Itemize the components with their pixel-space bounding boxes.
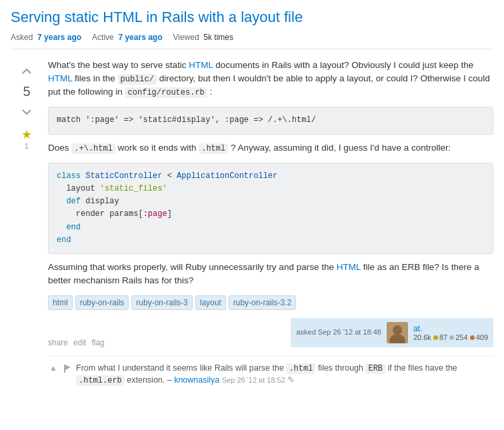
content-area: 5 ★ 1 What's the best way to serve stati… [11,59,493,387]
code-line-6: end [57,234,485,247]
comment-section: ▲ From what I understand it seems like R… [48,355,493,387]
gold-dot [433,335,438,340]
active-meta: Active 7 years ago [92,33,162,42]
comment-up-arrow[interactable]: ▲ [49,363,57,374]
question-meta: Asked 7 years ago Active 7 years ago Vie… [11,33,493,49]
html-highlight2: HTML [48,73,72,83]
svg-point-1 [393,325,402,335]
html-highlight: HTML [189,60,213,70]
tag-ruby-on-rails-3[interactable]: ruby-on-rails-3 [131,295,192,310]
edit-link[interactable]: edit [73,338,86,347]
code-line-5: end [57,221,485,234]
silver-count: 254 [455,333,467,341]
favorite-star[interactable]: ★ [21,127,32,142]
rep-score: 20.6k [413,333,431,341]
tag-html[interactable]: html [48,295,73,310]
inline-code-routes: config/routes.rb [125,87,207,98]
gold-count: 87 [439,333,447,341]
user-card: asked Sep 26 '12 at 18:48 at. [291,318,493,347]
asked-label: Asked [11,33,33,42]
code-block-controller: class StaticController < ApplicationCont… [48,163,493,254]
action-links: share edit flag [48,338,105,347]
active-time: 7 years ago [118,33,162,42]
comment-item: ▲ From what I understand it seems like R… [48,363,493,387]
svg-marker-4 [65,365,71,370]
viewed-label: Viewed [173,33,199,42]
inline-code-public: public/ [118,74,157,85]
comment-inline-1: .html [286,363,315,374]
asked-meta: Asked 7 years ago [11,33,81,42]
comment-vote: ▲ [48,363,59,374]
svg-rect-3 [64,365,65,373]
question-text-1: What's the best way to serve static HTML… [48,59,493,99]
comment-flag-icon [64,365,72,373]
question-body: What's the best way to serve static HTML… [43,59,493,387]
fav-count: 1 [25,142,29,150]
silver-dot [449,335,454,340]
code-line-1: class StaticController < ApplicationCont… [57,170,485,183]
code-match: match ':page' => 'static#display', :page… [57,115,316,125]
user-rep: 20.6k 87 254 409 [413,333,488,341]
comment-inline-3: .html.erb [76,375,125,386]
tag-layout[interactable]: layout [195,295,226,310]
asked-time: 7 years ago [37,33,81,42]
page-container: Serving static HTML in Rails with a layo… [0,0,504,395]
user-info: at. 20.6k 87 254 409 [413,324,488,341]
question-actions: share edit flag asked Sep 26 '12 at 18:4… [48,318,493,347]
comment-inline-2: ERB [365,363,385,374]
question-text-3: Assuming that works properly, will Ruby … [48,261,493,288]
tag-ruby-on-rails-32[interactable]: ruby-on-rails-3.2 [229,295,296,310]
code-block-route: match ':page' => 'static#display', :page… [48,107,493,134]
tag-ruby-on-rails[interactable]: ruby-on-rails [75,295,129,310]
vote-count: 5 [23,84,30,99]
vote-column: 5 ★ 1 [11,59,43,387]
asked-card-label: asked Sep 26 '12 at 18:48 [296,328,381,336]
share-link[interactable]: share [48,338,68,347]
viewed-count: 5k times [203,33,233,42]
inline-code-html-ext: .html [199,143,228,154]
comment-user[interactable]: knownasilya [174,375,219,385]
code-line-4: render params[:page] [57,208,485,221]
username[interactable]: at. [413,324,488,333]
active-label: Active [92,33,114,42]
avatar-image [387,322,408,343]
vote-down-button[interactable] [17,102,37,122]
html-highlight3: HTML [337,262,361,272]
bronze-count: 409 [476,333,488,341]
comment-edit-icon[interactable]: ✎ [287,375,295,385]
inline-code-regex: .+\.html [71,143,115,154]
tags-area: html ruby-on-rails ruby-on-rails-3 layou… [48,295,493,310]
vote-up-button[interactable] [17,61,37,81]
question-text-2: Does .+\.html work so it ends with .html… [48,141,493,155]
question-title[interactable]: Serving static HTML in Rails with a layo… [11,8,493,27]
code-line-2: layout 'static_files' [57,183,485,195]
flag-link[interactable]: flag [91,338,104,347]
user-avatar [387,322,408,343]
bronze-dot [470,335,475,340]
asked-info: asked Sep 26 '12 at 18:48 [296,328,381,337]
comment-text: From what I understand it seems like Rai… [76,363,493,387]
viewed-meta: Viewed 5k times [173,33,233,42]
comment-time: Sep 26 '12 at 18:52 [222,376,285,384]
code-line-3: def display [57,195,485,208]
